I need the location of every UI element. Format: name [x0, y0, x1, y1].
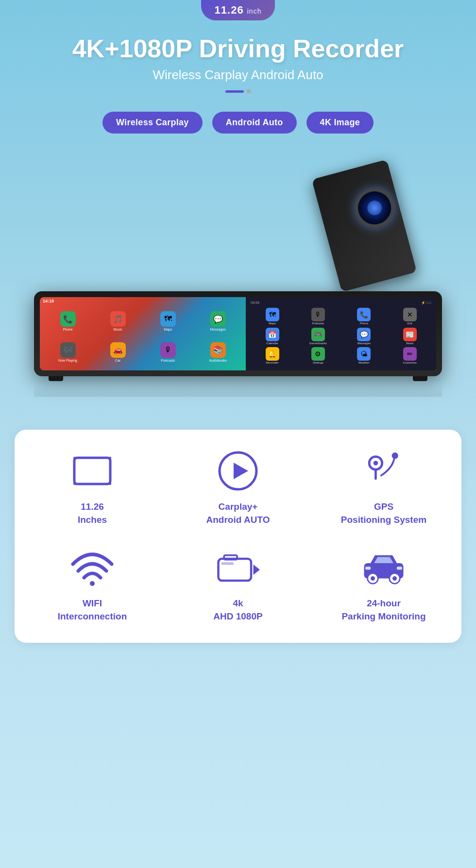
feature-carplay: Carplay+Android AUTO: [170, 449, 306, 526]
svg-rect-11: [221, 563, 234, 565]
camera-unit: [306, 153, 403, 299]
feature-camera: 4kAHD 1080P: [170, 546, 306, 623]
badge-4k-image: 4K Image: [306, 112, 374, 134]
features-grid: 11.26Inches Carplay+Android AUTO: [24, 449, 452, 623]
wifi-icon: [70, 550, 114, 586]
android-app-podcasts: 🎙 Podcasts: [296, 308, 340, 326]
mirror-body: 📞 Phone 🎵 Music 🗺 Maps 💬 Messages: [34, 291, 442, 376]
svg-rect-18: [397, 567, 402, 570]
android-apps-grid: 🗺 Maps 🎙 Podcasts 📞 Phone ✕: [248, 306, 434, 367]
svg-rect-17: [365, 567, 371, 570]
carplay-icon-wrap: [216, 449, 260, 493]
android-screen: 09:59 ⚡ □ □ 🗺 Maps 🎙 Podcasts: [246, 297, 436, 370]
feature-badges: Wireless Carplay Android Auto 4K Image: [0, 112, 476, 134]
svg-marker-10: [254, 565, 260, 575]
app-phone: 📞 Phone: [44, 307, 92, 336]
feature-screen-size: 11.26Inches: [24, 449, 160, 526]
android-app-calendar: 📅 Calendar: [250, 328, 294, 346]
app-maps: 🗺 Maps: [144, 307, 192, 336]
hero-divider: [10, 89, 466, 93]
android-statusbar: 09:59 ⚡ □ □: [248, 300, 434, 306]
carplay-screen: 📞 Phone 🎵 Music 🗺 Maps 💬 Messages: [40, 297, 246, 370]
hero-subtitle: Wireless Carplay Android Auto: [10, 67, 466, 83]
app-icon-phone: 📞: [60, 311, 76, 327]
svg-rect-0: [74, 458, 110, 484]
app-audiobooks: 📚 Audiobooks: [194, 338, 242, 367]
android-app-customize: ✏ Customize: [388, 347, 432, 366]
svg-marker-2: [234, 463, 248, 479]
hero-section: 4K+1080P Driving Recorder Wireless Carpl…: [0, 20, 476, 98]
svg-point-14: [371, 576, 375, 581]
parking-icon-wrap: [362, 546, 406, 589]
app-car: 🚗 Car: [94, 338, 142, 367]
camera-lens: [351, 184, 398, 232]
android-app-weather: 🌤 Weather: [341, 347, 386, 366]
size-badge: 11.26 inch: [201, 0, 275, 20]
carplay-play-icon: [216, 449, 260, 493]
android-app-gamesnacks: 🎮 GameSnacks: [296, 328, 340, 346]
android-app-maps: 🗺 Maps: [250, 308, 294, 326]
wifi-icon-wrap: [70, 546, 114, 589]
app-icon-nowplaying: 🎶: [60, 342, 76, 358]
hero-title: 4K+1080P Driving Recorder: [10, 35, 466, 63]
feature-wifi-label: WIFIInterconnection: [58, 597, 127, 623]
app-icon-podcasts: 🎙: [160, 342, 176, 358]
app-icon-messages: 💬: [210, 311, 226, 327]
badge-size: 11.26: [215, 4, 244, 16]
feature-carplay-label: Carplay+Android AUTO: [206, 501, 270, 526]
features-card: 11.26Inches Carplay+Android AUTO: [15, 430, 461, 642]
android-app-messages: 💬 Messages: [341, 328, 386, 346]
app-icon-car: 🚗: [110, 342, 126, 358]
badge-android-auto: Android Auto: [212, 112, 297, 134]
camera-icon: [216, 548, 260, 587]
gps-icon-wrap: [362, 449, 406, 493]
app-music: 🎵 Music: [94, 307, 142, 336]
app-messages: 💬 Messages: [194, 307, 242, 336]
feature-parking: 24-hourParking Monitoring: [316, 546, 452, 623]
android-app-phone: 📞 Phone: [341, 308, 386, 326]
divider-dash: [225, 90, 244, 93]
android-app-reminder: 🔔 Reminder: [250, 347, 294, 366]
mirror-screen: 📞 Phone 🎵 Music 🗺 Maps 💬 Messages: [40, 297, 436, 370]
svg-point-4: [374, 461, 378, 465]
car-icon: [362, 548, 406, 587]
app-icon-audiobooks: 📚: [210, 342, 226, 358]
svg-rect-9: [224, 555, 237, 560]
feature-parking-label: 24-hourParking Monitoring: [341, 597, 425, 623]
svg-rect-8: [219, 559, 252, 581]
size-badge-wrapper: 11.26 inch: [0, 0, 476, 20]
app-icon-maps: 🗺: [160, 311, 176, 327]
feature-gps: GPSPositioning System: [316, 449, 452, 526]
svg-point-7: [90, 581, 95, 586]
svg-point-6: [392, 452, 398, 459]
badge-unit: inch: [247, 7, 262, 15]
feature-wifi: WIFIInterconnection: [24, 546, 160, 623]
svg-point-16: [392, 576, 397, 581]
gps-icon: [362, 449, 406, 493]
android-app-news: 📰 News: [388, 328, 432, 346]
app-icon-music: 🎵: [110, 311, 126, 327]
screen-size-icon-wrap: [70, 449, 114, 493]
android-app-settings: ⚙ Settings: [296, 347, 340, 366]
app-podcasts: 🎙 Podcasts: [144, 338, 192, 367]
camera-body: [312, 160, 417, 292]
device-container: 📞 Phone 🎵 Music 🗺 Maps 💬 Messages: [24, 153, 452, 405]
feature-screen-size-label: 11.26Inches: [78, 501, 107, 526]
camera-icon-wrap: [216, 546, 260, 589]
device-area: 📞 Phone 🎵 Music 🗺 Maps 💬 Messages: [0, 143, 476, 415]
mirror-reflection: [34, 385, 442, 397]
feature-camera-label: 4kAHD 1080P: [213, 597, 262, 623]
badge-wireless-carplay: Wireless Carplay: [102, 112, 203, 134]
divider-dot: [247, 89, 251, 93]
feature-gps-label: GPSPositioning System: [341, 501, 426, 526]
screen-size-icon: [70, 454, 114, 488]
android-app-exit: ✕ Exit: [388, 308, 432, 326]
app-nowplaying: 🎶 Now Playing: [44, 338, 92, 367]
